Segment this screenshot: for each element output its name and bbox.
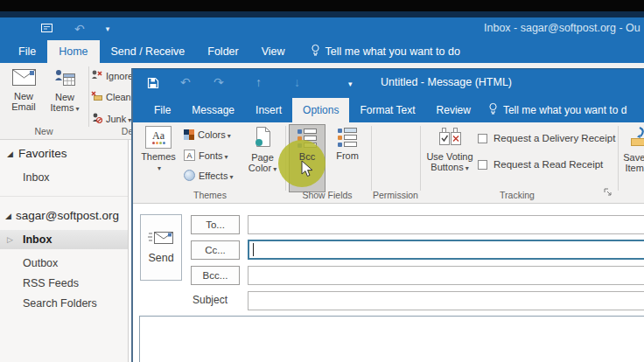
redo-icon[interactable]: ↷ xyxy=(214,75,224,89)
favorites-label: Favorites xyxy=(18,147,67,160)
delivery-receipt-checkbox[interactable]: Request a Delivery Receipt xyxy=(478,133,615,143)
lightbulb-icon xyxy=(311,44,320,59)
themes-label: Themes xyxy=(141,151,176,162)
tab-options[interactable]: Options xyxy=(292,98,349,122)
tab-message[interactable]: Message xyxy=(181,98,245,122)
envelope-icon xyxy=(12,69,36,87)
read-receipt-label: Request a Read Receipt xyxy=(494,159,603,170)
save-icon[interactable] xyxy=(147,77,159,92)
tab-insert[interactable]: Insert xyxy=(245,98,292,122)
qat-customize-icon[interactable]: ▾ xyxy=(106,24,110,33)
bcc-button-form[interactable]: Bcc... xyxy=(191,266,240,285)
sidebar-item-outbox[interactable]: Outbox xyxy=(23,257,58,269)
ribbon-separator xyxy=(371,126,372,191)
to-field[interactable] xyxy=(248,215,644,234)
ribbon-separator xyxy=(88,66,89,127)
cc-button[interactable]: Cc... xyxy=(191,240,240,260)
group-label-tracking: Tracking xyxy=(425,190,609,200)
new-items-label-2: Items xyxy=(51,102,80,115)
sidebar-divider xyxy=(0,196,128,197)
page-color-label-1: Page xyxy=(251,152,274,163)
tab-folder[interactable]: Folder xyxy=(196,40,249,63)
group-label-permission: Permission xyxy=(373,190,418,200)
tab-send-receive[interactable]: Send / Receive xyxy=(100,40,197,63)
read-receipt-checkbox[interactable]: Request a Read Receipt xyxy=(478,159,603,170)
main-ribbon-tabs: File Home Send / Receive Folder View Tel… xyxy=(0,40,644,63)
new-items-button[interactable]: New Items xyxy=(45,66,85,131)
undo-icon[interactable]: ↶ xyxy=(180,75,191,89)
sidebar-item-favorites-inbox[interactable]: Inbox xyxy=(23,171,50,184)
save-sent-item-icon xyxy=(628,126,644,150)
to-button[interactable]: To... xyxy=(191,215,240,234)
tell-me-label: Tell me what you want to do xyxy=(326,45,460,58)
effects-icon xyxy=(184,170,195,181)
tree-expanded-icon[interactable]: ◢ xyxy=(5,212,11,220)
tell-me-box[interactable]: Tell me what you want to d xyxy=(488,98,626,122)
message-form: Send To... Cc... Bcc... Subject xyxy=(133,204,644,362)
account-label: sagar@softpost.org xyxy=(16,209,119,222)
from-button[interactable]: From xyxy=(329,124,366,192)
undo-icon[interactable]: ↶ xyxy=(74,23,85,35)
new-email-button[interactable]: New Email xyxy=(4,66,43,131)
save-sent-label-2: Item T xyxy=(626,163,644,173)
tab-view[interactable]: View xyxy=(250,40,297,63)
ribbon-separator xyxy=(420,126,421,191)
group-label-show-fields: Show Fields xyxy=(284,190,371,200)
tree-collapsed-icon[interactable]: ▷ xyxy=(7,235,13,244)
lightbulb-icon xyxy=(488,102,498,118)
tree-expanded-icon[interactable]: ◢ xyxy=(7,150,13,158)
dropdown-arrow-icon xyxy=(156,162,161,174)
use-voting-label-2: Buttons xyxy=(430,162,468,174)
account-header[interactable]: ◢ sagar@softpost.org xyxy=(5,209,119,222)
fonts-label: Fonts xyxy=(199,150,228,161)
new-email-label-1: New xyxy=(14,91,33,101)
compose-window-title: Untitled - Message (HTML) xyxy=(381,76,512,88)
themes-button[interactable]: Aa Themes xyxy=(138,124,178,192)
dialog-launcher-icon[interactable] xyxy=(604,184,612,199)
fonts-button[interactable]: A Fonts xyxy=(184,150,228,161)
message-body-area[interactable] xyxy=(139,316,644,362)
tab-file[interactable]: File xyxy=(144,98,181,122)
clean-up-icon xyxy=(91,90,102,103)
from-label: From xyxy=(336,150,359,161)
titlebar-shadow xyxy=(0,11,644,17)
fonts-icon: A xyxy=(184,150,195,161)
tell-me-box[interactable]: Tell me what you want to do xyxy=(311,40,460,63)
next-item-icon[interactable]: ↓ xyxy=(294,75,300,89)
subject-field[interactable] xyxy=(248,291,644,310)
ignore-button[interactable]: Ignore xyxy=(91,69,133,82)
ignore-icon xyxy=(91,69,102,82)
effects-button[interactable]: Effects xyxy=(184,170,233,181)
tab-review[interactable]: Review xyxy=(426,98,481,122)
send-envelope-icon xyxy=(148,231,174,247)
sidebar-item-search-folders[interactable]: Search Folders xyxy=(23,297,97,310)
send-button[interactable]: Send xyxy=(140,214,182,281)
send-label: Send xyxy=(148,252,173,264)
junk-button[interactable]: Junk xyxy=(91,112,131,125)
cc-button-label: Cc... xyxy=(205,245,226,255)
qat-customize-icon[interactable]: ▾ xyxy=(348,77,353,91)
main-titlebar: ↶ ▾ Inbox - sagar@softpost.org - Ou xyxy=(0,17,644,40)
favorites-header[interactable]: ◢ Favorites xyxy=(7,147,66,160)
group-label-new: New xyxy=(0,126,88,136)
checkbox-icon[interactable] xyxy=(478,160,487,170)
sidebar-item-inbox-selected[interactable]: ▷ Inbox xyxy=(0,230,128,249)
send-receive-qat-icon[interactable] xyxy=(40,21,53,37)
save-sent-item-button[interactable]: Save S Item T xyxy=(621,124,644,192)
subject-label: Subject xyxy=(192,294,228,306)
tab-home[interactable]: Home xyxy=(47,40,99,63)
tab-file[interactable]: File xyxy=(7,40,47,63)
tab-format-text[interactable]: Format Text xyxy=(349,98,425,122)
bcc-field[interactable] xyxy=(248,266,644,285)
checkbox-icon[interactable] xyxy=(478,134,487,143)
colors-button[interactable]: Colors xyxy=(184,129,231,140)
effects-label: Effects xyxy=(199,171,233,181)
sidebar-item-rss-feeds[interactable]: RSS Feeds xyxy=(23,277,79,289)
use-voting-buttons-button[interactable]: Use Voting Buttons xyxy=(425,124,474,192)
page-color-button[interactable]: Page Color xyxy=(242,124,284,192)
save-sent-label-1: Save S xyxy=(623,152,644,163)
ribbon-separator xyxy=(618,126,619,191)
previous-item-icon[interactable]: ↑ xyxy=(256,75,262,89)
new-email-label-2: Email xyxy=(11,101,36,112)
cc-field-focused[interactable] xyxy=(248,240,644,260)
